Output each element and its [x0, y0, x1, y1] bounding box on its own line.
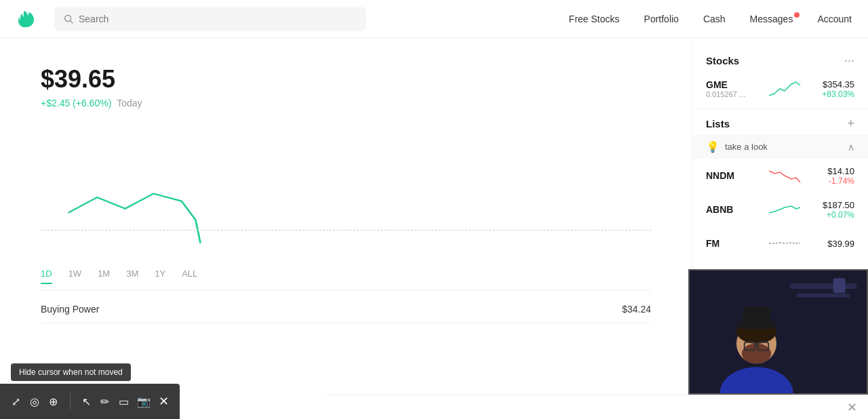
stocks-more-button[interactable]: ··· [844, 54, 854, 66]
draw-icon: ✏ [100, 395, 109, 408]
fm-price: $39.99 [807, 239, 854, 249]
nav-free-stocks[interactable]: Free Stocks [569, 14, 620, 24]
abnb-price: $187.50 [807, 200, 854, 210]
svg-rect-4 [797, 294, 850, 298]
tooltip-hide-cursor: Hide cursor when not moved [11, 363, 131, 381]
time-btn-1m[interactable]: 1M [98, 268, 110, 284]
svg-rect-3 [790, 283, 856, 289]
search-bar[interactable] [54, 7, 366, 31]
toolbar-target-btn[interactable]: ◎ [30, 391, 41, 412]
toolbar-pointer-btn[interactable]: ↖ [81, 391, 92, 412]
svg-rect-11 [743, 307, 770, 324]
svg-line-1 [71, 20, 73, 23]
lists-add-button[interactable]: + [847, 117, 854, 129]
time-btn-3m[interactable]: 3M [126, 268, 138, 284]
nav-portfolio[interactable]: Portfolio [644, 14, 679, 24]
fm-mini-chart [768, 233, 802, 254]
search-icon [64, 14, 73, 24]
nav-account[interactable]: Account [817, 14, 852, 24]
nav-messages[interactable]: Messages [750, 14, 793, 24]
fm-info: FM [706, 238, 762, 249]
nav-links: Free Stocks Portfolio Cash Messages Acco… [569, 14, 852, 24]
toolbar-zoom-btn[interactable]: ⊕ [48, 391, 59, 412]
time-selector: 1D 1W 1M 3M 1Y ALL [41, 263, 651, 290]
gme-prices: $354.35 +83.03% [807, 79, 854, 99]
divider-1 [692, 108, 868, 109]
logo[interactable] [16, 8, 38, 30]
take-a-look-chevron: ∧ [848, 142, 854, 153]
time-btn-1d[interactable]: 1D [41, 268, 52, 284]
left-panel: $39.65 +$2.45 (+6.60%) Today 1D 1W 1M 3M… [0, 38, 692, 419]
nndm-price: $14.10 [807, 166, 854, 176]
fm-ticker: FM [706, 238, 762, 249]
gme-info: GME 0.015267 ... [706, 79, 762, 98]
gme-mini-chart [768, 79, 802, 99]
stock-row-abnb[interactable]: ABNB $187.50 +0.07% [692, 193, 868, 226]
close-icon: ✕ [159, 395, 169, 408]
top-nav: Free Stocks Portfolio Cash Messages Acco… [0, 0, 868, 38]
eraser-icon: ▭ [119, 395, 129, 408]
time-btn-1w[interactable]: 1W [68, 268, 82, 284]
gme-sub: 0.015267 ... [706, 90, 760, 98]
toolbar-eraser-btn[interactable]: ▭ [118, 391, 129, 412]
lists-section-title: Lists [706, 118, 730, 129]
abnb-ticker: ABNB [706, 204, 762, 215]
stock-row-fm[interactable]: FM $39.99 [692, 226, 868, 260]
portfolio-chart [41, 122, 651, 258]
expand-icon: ⤢ [12, 395, 20, 408]
time-btn-1y[interactable]: 1Y [155, 268, 165, 284]
stock-row-gme[interactable]: GME 0.015267 ... $354.35 +83.03% [692, 72, 868, 106]
camera-icon: 📷 [137, 395, 151, 408]
nndm-ticker: NNDM [706, 170, 762, 181]
abnb-info: ABNB [706, 204, 762, 215]
abnb-prices: $187.50 +0.07% [807, 200, 854, 220]
bottom-toolbar: ⤢ ◎ ⊕ ↖ ✏ ▭ 📷 ✕ [0, 384, 180, 419]
webcam-feed [690, 271, 867, 393]
chart-area [41, 122, 651, 258]
portfolio-today-label: Today [117, 98, 142, 108]
take-a-look-header[interactable]: 💡 take a look ∧ [692, 135, 868, 159]
nndm-info: NNDM [706, 170, 762, 181]
pointer-icon: ↖ [82, 395, 91, 408]
portfolio-change: +$2.45 (+6.60%) Today [41, 98, 651, 108]
webcam-overlay [688, 269, 868, 395]
fm-prices: $39.99 [807, 239, 854, 249]
svg-point-8 [742, 344, 771, 364]
take-a-look-left: 💡 take a look [706, 140, 768, 153]
buying-power-label: Buying Power [41, 304, 99, 315]
target-icon: ◎ [30, 395, 39, 408]
stocks-section-title: Stocks [706, 55, 739, 66]
gme-ticker: GME [706, 79, 762, 90]
chart-dashed-line [41, 230, 651, 231]
toolbar-close-btn[interactable]: ✕ [159, 394, 169, 409]
toolbar-camera-btn[interactable]: 📷 [137, 391, 151, 412]
lists-section-header: Lists + [692, 112, 868, 135]
toolbar-expand-btn[interactable]: ⤢ [11, 391, 22, 412]
portfolio-value: $39.65 [41, 65, 651, 94]
stocks-section-header: Stocks ··· [692, 49, 868, 72]
bottom-close-bar: ✕ [326, 395, 868, 419]
nndm-prices: $14.10 -1.74% [807, 166, 854, 186]
gme-price: $354.35 [807, 79, 854, 89]
stock-row-nndm[interactable]: NNDM $14.10 -1.74% [692, 159, 868, 193]
bulb-icon: 💡 [706, 140, 719, 153]
nav-cash[interactable]: Cash [703, 14, 726, 24]
nndm-pct: -1.74% [807, 176, 854, 186]
time-btn-all[interactable]: ALL [182, 268, 197, 284]
zoom-icon: ⊕ [49, 395, 58, 408]
take-a-look-label: take a look [725, 142, 768, 152]
bottom-close-btn[interactable]: ✕ [847, 400, 857, 415]
abnb-pct: +0.07% [807, 210, 854, 220]
nndm-mini-chart [768, 165, 802, 186]
svg-rect-5 [833, 278, 846, 293]
search-input[interactable] [79, 14, 357, 24]
gme-pct: +83.03% [807, 89, 854, 99]
robinhood-logo-icon [16, 8, 38, 30]
webcam-scene [690, 271, 867, 393]
buying-power-value: $34.24 [622, 304, 651, 315]
toolbar-draw-btn[interactable]: ✏ [100, 391, 111, 412]
abnb-mini-chart [768, 199, 802, 220]
buying-power-row: Buying Power $34.24 [41, 304, 651, 323]
portfolio-change-amount: +$2.45 (+6.60%) [41, 98, 111, 108]
